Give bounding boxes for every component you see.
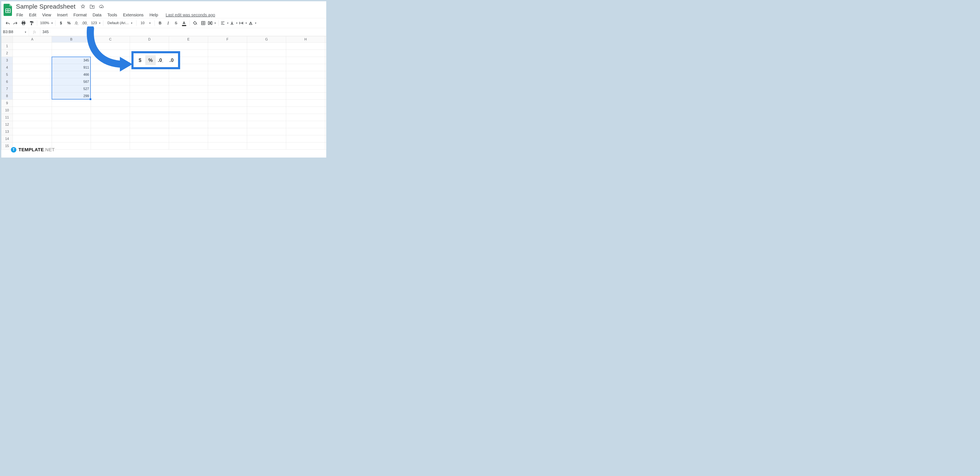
cell[interactable] <box>13 71 52 78</box>
cell[interactable] <box>247 50 286 57</box>
cell[interactable] <box>13 50 52 57</box>
cell[interactable] <box>247 143 286 149</box>
cell[interactable] <box>13 107 52 114</box>
col-header-A[interactable]: A <box>13 36 52 43</box>
cell[interactable] <box>247 121 286 128</box>
cell[interactable]: 527 <box>52 86 91 92</box>
cell[interactable] <box>208 78 247 86</box>
cell[interactable] <box>325 100 326 107</box>
cell[interactable] <box>91 143 130 149</box>
cell[interactable] <box>130 143 169 149</box>
cell[interactable] <box>169 86 208 92</box>
text-rotation-dropdown[interactable]: ▼ <box>248 21 257 25</box>
cell[interactable] <box>130 121 169 128</box>
redo-icon[interactable] <box>12 20 19 27</box>
cell[interactable] <box>169 71 208 78</box>
cell[interactable] <box>13 135 52 143</box>
col-header-D[interactable]: D <box>130 36 169 43</box>
cell[interactable] <box>208 71 247 78</box>
cell[interactable] <box>208 50 247 57</box>
row-header[interactable]: 14 <box>2 135 13 143</box>
cell[interactable] <box>91 128 130 135</box>
cell[interactable] <box>91 92 130 100</box>
cell[interactable] <box>91 71 130 78</box>
menu-format[interactable]: Format <box>73 12 87 18</box>
callout-increase-decimal-button[interactable]: .0 <box>166 56 177 65</box>
cell[interactable] <box>247 57 286 64</box>
row-header[interactable]: 3 <box>2 57 13 64</box>
cell[interactable] <box>325 71 326 78</box>
cell[interactable] <box>91 121 130 128</box>
cell[interactable] <box>208 143 247 149</box>
row-header[interactable]: 7 <box>2 86 13 92</box>
callout-decrease-decimal-button[interactable]: .0← <box>156 56 166 65</box>
cell[interactable] <box>286 64 325 71</box>
cell[interactable] <box>208 107 247 114</box>
cell[interactable] <box>286 43 325 50</box>
vertical-align-dropdown[interactable]: ▼ <box>230 21 238 25</box>
cell[interactable] <box>208 43 247 50</box>
undo-icon[interactable] <box>4 20 11 27</box>
name-box[interactable]: B3:B8 ▼ <box>1 28 29 36</box>
sheets-app-icon[interactable] <box>3 4 13 16</box>
col-header-G[interactable]: G <box>247 36 286 43</box>
cell[interactable] <box>52 135 91 143</box>
font-size-dropdown[interactable]: 10 ▼ <box>138 21 153 25</box>
cell[interactable] <box>91 100 130 107</box>
cell[interactable] <box>247 92 286 100</box>
italic-button[interactable]: I <box>165 20 172 27</box>
cell[interactable]: 567 <box>52 78 91 86</box>
star-icon[interactable] <box>80 4 86 9</box>
cell[interactable] <box>130 100 169 107</box>
row-header[interactable]: 5 <box>2 71 13 78</box>
cell[interactable] <box>208 86 247 92</box>
cell[interactable] <box>286 107 325 114</box>
cell[interactable] <box>91 114 130 121</box>
cell[interactable] <box>91 43 130 50</box>
cell[interactable] <box>325 135 326 143</box>
cell[interactable] <box>325 78 326 86</box>
callout-percent-button[interactable]: % <box>145 56 156 65</box>
cell[interactable] <box>286 143 325 149</box>
cell[interactable] <box>286 57 325 64</box>
cell[interactable] <box>169 107 208 114</box>
row-header[interactable]: 9 <box>2 100 13 107</box>
menu-extensions[interactable]: Extensions <box>123 12 144 18</box>
cell[interactable] <box>91 107 130 114</box>
callout-currency-button[interactable]: $ <box>135 56 145 65</box>
col-header-F[interactable]: F <box>208 36 247 43</box>
cell[interactable] <box>130 92 169 100</box>
cell[interactable] <box>91 50 130 57</box>
cell[interactable] <box>13 100 52 107</box>
cell[interactable] <box>13 128 52 135</box>
row-header[interactable]: 2 <box>2 50 13 57</box>
text-color-button[interactable]: A <box>181 20 188 27</box>
menu-view[interactable]: View <box>42 12 52 18</box>
borders-button[interactable] <box>200 20 207 27</box>
cell[interactable]: 345 <box>52 57 91 64</box>
cell[interactable] <box>286 92 325 100</box>
cell[interactable] <box>208 135 247 143</box>
cell[interactable] <box>325 86 326 92</box>
row-header[interactable]: 13 <box>2 128 13 135</box>
cell[interactable] <box>169 114 208 121</box>
cell[interactable] <box>325 50 326 57</box>
cell[interactable] <box>247 100 286 107</box>
menu-file[interactable]: File <box>16 12 24 18</box>
row-header[interactable]: 11 <box>2 114 13 121</box>
cell[interactable] <box>325 43 326 50</box>
cell[interactable] <box>286 50 325 57</box>
cell[interactable] <box>91 135 130 143</box>
menu-tools[interactable]: Tools <box>107 12 118 18</box>
cell[interactable] <box>169 43 208 50</box>
cell[interactable] <box>325 107 326 114</box>
fill-color-button[interactable] <box>192 20 199 27</box>
cell[interactable] <box>286 128 325 135</box>
row-header[interactable]: 1 <box>2 43 13 50</box>
col-header-B[interactable]: B <box>52 36 91 43</box>
cell[interactable] <box>13 92 52 100</box>
col-header-C[interactable]: C <box>91 36 130 43</box>
cell[interactable] <box>247 86 286 92</box>
cell[interactable] <box>325 114 326 121</box>
cell[interactable] <box>130 128 169 135</box>
